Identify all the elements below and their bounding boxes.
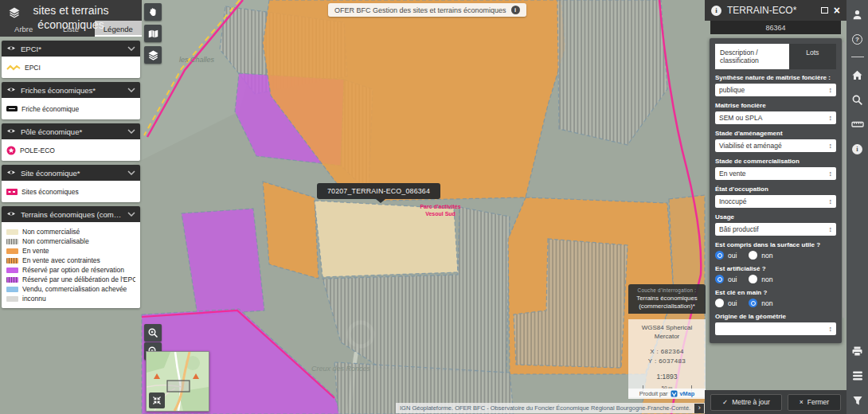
search-button[interactable] [850,92,865,107]
legend-section-header[interactable]: Friches économiques* [2,82,140,98]
chevron-down-icon[interactable] [127,212,135,217]
print-button[interactable] [850,344,865,358]
visibility-eye-icon[interactable] [6,86,16,95]
pan-tool-button[interactable] [144,3,162,21]
legend-section-terrains: Terrains économiques (commercialisation)… [2,206,140,308]
feature-tooltip: 70207_TERRAIN-ECO_086364 [317,183,440,199]
radio-group-label: Est artificialisé ? [715,265,836,272]
legend-list-button[interactable] [850,369,865,383]
close-icon[interactable]: × [834,5,840,16]
field-label: État d'occupation [715,186,836,193]
overview-extent-box[interactable] [167,381,190,392]
legend-section-title: Terrains économiques (commercialisation)… [21,210,123,219]
attribution-expand-button[interactable]: › [694,404,704,413]
tab-lots[interactable]: Lots [789,44,836,69]
legend-swatch [6,258,18,264]
side-toolbar: ? i [846,0,868,414]
legend-section-header[interactable]: Pôle économique* [2,123,140,139]
legend-item: Réservé par option de réservation [6,265,135,275]
info-icon[interactable]: i [511,6,520,14]
select-stade-amenagement[interactable]: Viabilisé et aménagé↕ [715,139,836,152]
radio-label: oui [728,299,737,307]
chevron-down-icon[interactable] [127,88,135,92]
projection-label: WGS84 Spherical Mercator [631,324,702,342]
zoom-in-button[interactable] [144,324,162,342]
legend-item: POLE-ECO [6,144,135,156]
radio-group-label: Est compris dans la surface utile ? [715,241,836,248]
select-etat-occupation[interactable]: Inoccupé↕ [715,195,836,208]
close-button[interactable]: ×Fermer [788,394,841,411]
home-icon [851,69,863,80]
radio-oui[interactable] [715,251,724,260]
layers-button[interactable] [144,46,162,64]
measure-button[interactable] [850,117,865,131]
sidebar-header: sites et terrainséconomiques Arbre Liste… [0,0,142,37]
visibility-eye-icon[interactable] [6,169,16,178]
tab-arbre[interactable]: Arbre [0,21,47,37]
ruler-icon [851,118,864,131]
radio-non[interactable] [749,275,757,283]
panel-scrollbar[interactable] [843,41,846,318]
radio-oui[interactable] [715,275,724,283]
update-button[interactable]: ✓Mettre à jour [710,394,782,411]
legend-item: inconnu [6,294,135,303]
maximize-icon[interactable] [821,7,828,14]
radio-label: non [761,252,772,260]
chevron-down-icon[interactable] [127,46,135,51]
legend-sidebar: sites et terrainséconomiques Arbre Liste… [0,0,142,308]
select-origine-geometrie[interactable]: ↕ [715,322,836,335]
legend-swatch [6,277,18,283]
feature-panel-header: i TERRAIN-ECO* × [705,0,846,21]
radio-non[interactable] [749,251,757,260]
legend-item: Vendu, commercialisation achevée [6,284,135,294]
radio-oui[interactable] [715,299,724,307]
radio-group-cle-en-main: oui non [715,299,836,307]
home-button[interactable] [850,68,865,82]
user-button[interactable] [850,7,865,21]
map-label-les-challes: les Challes [179,56,215,64]
tab-description-classification[interactable]: Description / classification [715,44,789,69]
layers-icon [147,49,159,61]
legend-item-label: Non commercialisé [22,228,80,236]
legend-item: Réservé par une délibération de l'EPCI [6,275,135,284]
tab-liste[interactable]: Liste [47,21,94,37]
query-layer-name: Terrains économiques (commercialisation)… [631,295,703,310]
filter-button[interactable] [850,393,865,408]
overview-map[interactable] [146,351,209,412]
legend-item: Friche économique [6,103,135,115]
select-stade-commercialisation[interactable]: En vente↕ [715,167,836,180]
legend-item: Non commercialisé [6,227,135,236]
visibility-eye-icon[interactable] [6,45,16,53]
help-button[interactable]: ? [850,32,865,46]
overview-collapse-button[interactable] [149,393,165,408]
credit-producer[interactable]: vMap [680,390,695,397]
chevron-down-icon[interactable] [127,170,135,175]
legend-section-pole: Pôle économique* POLE-ECO [2,123,140,161]
tab-legende[interactable]: Légende [95,21,142,37]
feature-tabs: Description / classification Lots [715,44,836,69]
radio-label: oui [728,252,737,260]
select-maitrise-fonciere[interactable]: SEM ou SPLA↕ [715,111,836,124]
visibility-eye-icon[interactable] [6,210,16,219]
info-tool-button[interactable]: i [850,142,865,156]
legend-section-header[interactable]: Terrains économiques (commercialisation)… [2,206,140,222]
legend-section-header[interactable]: Site économique* [2,165,140,181]
zoom-in-icon [147,327,158,338]
credit-strip: Produit par vMap [628,389,706,399]
select-arrows-icon: ↕ [829,170,833,178]
legend-section-header[interactable]: EPCI* [2,41,140,57]
select-usage[interactable]: Bâti productif↕ [715,223,836,236]
legend-item-label: Vendu, commercialisation achevée [22,285,127,293]
folded-map-icon [147,28,159,40]
legend-item: En vente [6,246,135,256]
legend-section-title: EPCI* [21,45,123,53]
chevron-down-icon[interactable] [127,129,135,134]
basemap-button[interactable] [144,25,162,42]
radio-non[interactable] [749,299,757,307]
visibility-eye-icon[interactable] [6,127,16,136]
legend-item: EPCI [6,61,135,73]
select-maitrise-synthese[interactable]: publique↕ [715,84,836,96]
field-label: Maîtrise foncière [715,102,836,109]
collapse-arrows-icon [152,396,162,405]
legend-section-epci: EPCI* EPCI [2,41,140,78]
